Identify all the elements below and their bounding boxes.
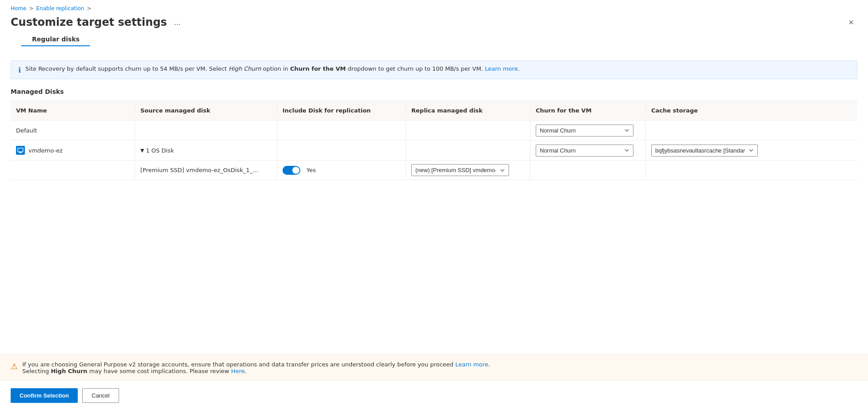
cell-disk-replica[interactable]: (new) [Premium SSD] vmdemo-ez_... bbox=[406, 161, 530, 180]
col-replica-disk: Replica managed disk bbox=[406, 105, 530, 116]
cell-default-source bbox=[135, 121, 277, 140]
include-disk-toggle[interactable] bbox=[283, 166, 300, 175]
cell-disk-churn-empty bbox=[530, 161, 646, 179]
toggle-slider bbox=[283, 166, 300, 175]
warning-line1: If you are choosing General Purpose v2 s… bbox=[22, 361, 490, 368]
replica-disk-dropdown[interactable]: (new) [Premium SSD] vmdemo-ez_... bbox=[411, 164, 509, 176]
cell-vm-churn[interactable]: Normal Churn High Churn bbox=[530, 141, 646, 160]
cell-default-churn[interactable]: Normal Churn High Churn bbox=[530, 121, 646, 140]
default-churn-dropdown[interactable]: Normal Churn High Churn bbox=[536, 125, 633, 137]
cell-default-include bbox=[277, 121, 406, 140]
info-learn-more-link[interactable]: Learn more bbox=[485, 65, 518, 72]
footer-actions: Confirm Selection Cancel bbox=[0, 381, 868, 410]
section-title-regular-disks: Regular disks bbox=[21, 36, 90, 46]
ellipsis-button[interactable]: ... bbox=[171, 17, 183, 28]
cell-disk-vm-empty bbox=[11, 161, 135, 179]
info-icon: ℹ bbox=[18, 66, 21, 74]
header-row: Customize target settings ... × bbox=[0, 14, 868, 36]
warning-text: If you are choosing General Purpose v2 s… bbox=[22, 361, 490, 374]
include-disk-yes-label: Yes bbox=[307, 167, 316, 173]
col-source-disk: Source managed disk bbox=[135, 105, 277, 116]
warning-here-link[interactable]: Here bbox=[231, 368, 245, 374]
breadcrumb-home[interactable]: Home bbox=[11, 5, 26, 12]
info-banner: ℹ Site Recovery by default supports chur… bbox=[11, 60, 857, 79]
table-row-vm: vmdemo-ez ▼ 1 OS Disk Normal Churn High … bbox=[11, 141, 857, 161]
breadcrumb-sep1: > bbox=[29, 5, 33, 12]
spacer bbox=[0, 180, 868, 216]
warning-learn-more-link[interactable]: Learn more bbox=[455, 361, 488, 368]
cell-default-replica bbox=[406, 121, 530, 140]
warning-icon: ⚠ bbox=[11, 362, 18, 371]
col-churn: Churn for the VM bbox=[530, 105, 646, 116]
vm-cache-dropdown[interactable]: bqfjybsasnevaultasrcache [Standar... bbox=[651, 145, 758, 157]
confirm-selection-button[interactable]: Confirm Selection bbox=[11, 388, 78, 403]
breadcrumb: Home > Enable replication > bbox=[0, 0, 868, 14]
cell-disk-cache-empty bbox=[646, 161, 857, 179]
managed-disks-label: Managed Disks bbox=[0, 88, 868, 100]
header-left: Customize target settings ... bbox=[11, 16, 183, 28]
table-container: VM Name Source managed disk Include Disk… bbox=[11, 100, 857, 180]
vm-churn-dropdown[interactable]: Normal Churn High Churn bbox=[536, 145, 633, 157]
cell-vm-source: ▼ 1 OS Disk bbox=[135, 141, 277, 160]
vm-icon bbox=[16, 146, 25, 155]
triangle-icon: ▼ bbox=[140, 148, 144, 153]
page-wrapper: Home > Enable replication > Customize ta… bbox=[0, 0, 868, 410]
col-vm-name: VM Name bbox=[11, 105, 135, 116]
col-cache: Cache storage bbox=[646, 105, 857, 116]
svg-rect-3 bbox=[19, 153, 23, 153]
breadcrumb-sep2: > bbox=[87, 5, 91, 12]
svg-rect-4 bbox=[18, 149, 23, 152]
footer-warning: ⚠ If you are choosing General Purpose v2… bbox=[0, 354, 868, 381]
content-area: Regular disks ℹ Site Recovery by default… bbox=[0, 36, 868, 337]
table-row-default: Default Normal Churn High Churn bbox=[11, 121, 857, 141]
cell-vm-replica bbox=[406, 141, 530, 160]
cell-vm-include bbox=[277, 141, 406, 160]
vm-disk-group-label: 1 OS Disk bbox=[146, 147, 174, 154]
warning-line2: Selecting High Churn may have some cost … bbox=[22, 368, 247, 374]
disk-row: [Premium SSD] vmdemo-ez_OsDisk_1_... Yes… bbox=[11, 161, 857, 180]
cell-vm-cache[interactable]: bqfjybsasnevaultasrcache [Standar... bbox=[646, 141, 857, 160]
cell-default-vm-name: Default bbox=[11, 121, 135, 140]
info-text: Site Recovery by default supports churn … bbox=[25, 65, 520, 72]
cell-default-cache bbox=[646, 121, 857, 140]
cancel-button[interactable]: Cancel bbox=[82, 388, 119, 403]
monitor-icon bbox=[17, 147, 24, 153]
section-title-container: Regular disks bbox=[11, 36, 857, 53]
cell-vm-name: vmdemo-ez bbox=[11, 141, 135, 160]
page-title: Customize target settings bbox=[11, 16, 167, 28]
close-button[interactable]: × bbox=[845, 16, 857, 28]
col-include-disk: Include Disk for replication bbox=[277, 105, 406, 116]
cell-disk-source: [Premium SSD] vmdemo-ez_OsDisk_1_... bbox=[135, 161, 277, 179]
cell-disk-include[interactable]: Yes bbox=[277, 161, 406, 179]
table-header: VM Name Source managed disk Include Disk… bbox=[11, 101, 857, 121]
vm-name-label: vmdemo-ez bbox=[28, 147, 63, 154]
svg-rect-2 bbox=[19, 152, 21, 153]
breadcrumb-enable-replication[interactable]: Enable replication bbox=[36, 5, 84, 12]
